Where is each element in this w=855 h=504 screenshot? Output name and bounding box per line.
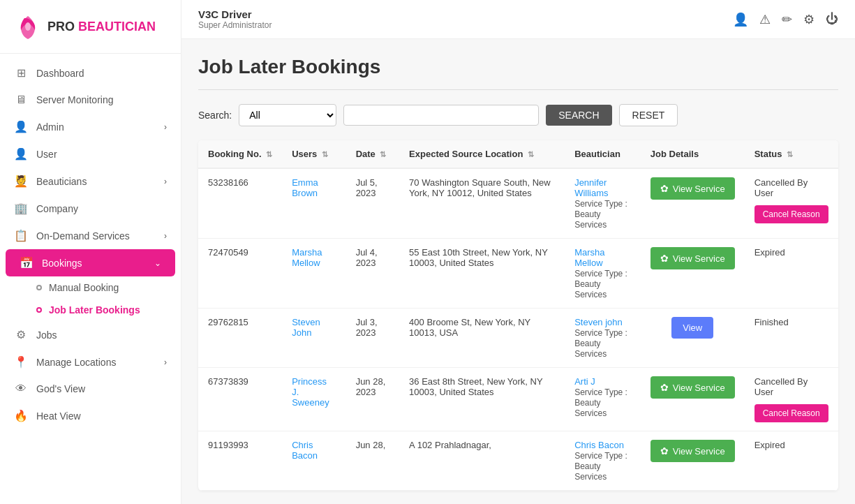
table-header-row: Booking No. ⇅ Users ⇅ Date ⇅ Expected So… — [198, 140, 838, 168]
status-text: Cancelled By User — [754, 376, 828, 397]
cancel-reason-button[interactable]: Cancel Reason — [754, 205, 828, 223]
view-label: View — [683, 323, 702, 333]
status-cell: Expired — [745, 431, 838, 491]
table-row: 91193993 Chris Bacon Jun 28, A 102 Prahl… — [198, 431, 838, 491]
user-cell: Marsha Mellow — [282, 239, 345, 309]
view-service-label: View Service — [673, 253, 725, 264]
profile-icon[interactable]: 👤 — [733, 12, 748, 27]
power-icon[interactable]: ⏻ — [826, 12, 838, 27]
service-type: Service Type : Beauty Services — [574, 269, 627, 299]
user-link[interactable]: Steven John — [292, 317, 320, 338]
beautician-link[interactable]: Jennifer Williams — [574, 177, 608, 198]
view-service-button[interactable]: ✿ View Service — [650, 376, 735, 399]
reset-button[interactable]: RESET — [619, 104, 678, 126]
sidebar-sub-item-job-later-bookings[interactable]: Job Later Bookings — [0, 299, 181, 321]
main-content: V3C Driver Super Administrator 👤 ⚠ ✏ ⚙ ⏻… — [181, 0, 855, 504]
user-link[interactable]: Chris Bacon — [292, 440, 318, 461]
col-users: Users ⇅ — [282, 140, 345, 168]
table-row: 29762815 Steven John Jul 3, 2023 400 Bro… — [198, 309, 838, 368]
sidebar-sub-item-manual-booking[interactable]: Manual Booking — [0, 276, 181, 299]
sidebar-item-heat-view[interactable]: 🔥 Heat View — [0, 402, 181, 429]
settings-icon[interactable]: ⚙ — [803, 12, 815, 27]
status-text: Cancelled By User — [754, 177, 828, 198]
date-cell: Jul 3, 2023 — [346, 309, 399, 368]
search-select[interactable]: All Booking No. User Beautician — [239, 104, 336, 126]
sidebar-item-server-monitoring[interactable]: 🖥 Server Monitoring — [0, 87, 181, 113]
sidebar-item-on-demand-services[interactable]: 📋 On-Demand Services › — [0, 222, 181, 249]
service-type: Service Type : Beauty Services — [574, 451, 627, 482]
service-type: Service Type : Beauty Services — [574, 387, 627, 418]
sidebar-item-jobs[interactable]: ⚙ Jobs — [0, 321, 181, 348]
logo: PRO BEAUTICIAN — [0, 0, 181, 54]
sidebar-item-label: Dashboard — [36, 68, 84, 79]
sidebar-item-company[interactable]: 🏢 Company — [0, 195, 181, 222]
chevron-right-icon: › — [164, 177, 167, 186]
user-link[interactable]: Princess J. Sweeney — [292, 376, 329, 408]
dot-icon — [36, 285, 42, 290]
header-icons: 👤 ⚠ ✏ ⚙ ⏻ — [733, 12, 838, 27]
status-cell: Finished — [745, 309, 838, 368]
user-role: Super Administrator — [198, 20, 272, 30]
location-cell: 400 Broome St, New York, NY 10013, USA — [399, 309, 565, 368]
flower-icon: ✿ — [660, 382, 669, 393]
sidebar-item-label: User — [36, 149, 57, 160]
sidebar-nav: ⊞ Dashboard 🖥 Server Monitoring 👤 Admin … — [0, 54, 181, 504]
status-text: Finished — [754, 317, 789, 327]
beautician-cell: Arti J Service Type : Beauty Services — [565, 368, 641, 431]
sort-icon: ⇅ — [380, 150, 386, 158]
dot-active-icon — [36, 307, 42, 313]
service-type: Service Type : Beauty Services — [574, 328, 627, 359]
search-input[interactable] — [343, 105, 539, 126]
bookings-table-wrapper: Booking No. ⇅ Users ⇅ Date ⇅ Expected So… — [198, 140, 838, 491]
col-status: Status ⇅ — [745, 140, 838, 168]
sidebar-item-dashboard[interactable]: ⊞ Dashboard — [0, 59, 181, 87]
location-cell: 55 East 10th Street, New York, NY 10003,… — [399, 239, 565, 309]
sidebar-item-bookings[interactable]: 📅 Bookings ⌄ — [6, 249, 175, 276]
services-icon: 📋 — [14, 229, 28, 242]
flower-icon: ✿ — [660, 445, 669, 457]
user-cell: Princess J. Sweeney — [282, 368, 345, 431]
view-service-label: View Service — [673, 446, 725, 457]
user-link[interactable]: Emma Brown — [292, 177, 318, 198]
sidebar-item-label: Server Monitoring — [36, 94, 114, 105]
warning-icon[interactable]: ⚠ — [759, 12, 771, 27]
company-icon: 🏢 — [14, 202, 28, 215]
dashboard-icon: ⊞ — [14, 66, 28, 80]
booking-no-cell: 67373839 — [198, 368, 282, 431]
view-service-button[interactable]: ✿ View Service — [650, 440, 735, 462]
user-link[interactable]: Marsha Mellow — [292, 247, 322, 268]
status-cell: Expired — [745, 239, 838, 309]
date-cell: Jul 4, 2023 — [346, 239, 399, 309]
sidebar-item-user[interactable]: 👤 User — [0, 140, 181, 168]
chevron-down-icon: ⌄ — [154, 258, 161, 268]
flower-icon: ✿ — [660, 253, 669, 264]
beautician-link[interactable]: Arti J — [574, 376, 595, 387]
sort-icon: ⇅ — [266, 150, 272, 158]
sidebar-item-admin[interactable]: 👤 Admin › — [0, 113, 181, 140]
location-cell: 70 Washington Square South, New York, NY… — [399, 168, 565, 239]
location-cell: A 102 Prahladnagar, — [399, 431, 565, 491]
cancel-reason-button[interactable]: Cancel Reason — [754, 404, 828, 422]
sidebar-item-gods-view[interactable]: 👁 God's View — [0, 376, 181, 402]
view-service-button[interactable]: ✿ View Service — [650, 177, 735, 200]
sidebar-item-label: Beauticians — [36, 176, 87, 187]
beautician-link[interactable]: Chris Bacon — [574, 440, 624, 450]
sidebar-item-manage-locations[interactable]: 📍 Manage Locations › — [0, 348, 181, 376]
beautician-link[interactable]: Marsha Mellow — [574, 247, 604, 268]
view-button[interactable]: View — [671, 317, 713, 339]
edit-icon[interactable]: ✏ — [782, 12, 792, 27]
logo-text: PRO BEAUTICIAN — [47, 20, 156, 34]
job-details-cell: ✿ View Service — [641, 431, 745, 491]
view-service-label: View Service — [673, 184, 725, 194]
sidebar-item-beauticians[interactable]: 💆 Beauticians › — [0, 168, 181, 195]
job-details-cell: ✿ View Service — [641, 239, 745, 309]
table-row: 72470549 Marsha Mellow Jul 4, 2023 55 Ea… — [198, 239, 838, 309]
booking-no-cell: 72470549 — [198, 239, 282, 309]
col-beautician: Beautician — [565, 140, 641, 168]
user-cell: Chris Bacon — [282, 431, 345, 491]
beautician-link[interactable]: Steven john — [574, 317, 623, 327]
table-row: 67373839 Princess J. Sweeney Jun 28, 202… — [198, 368, 838, 431]
location-cell: 36 East 8th Street, New York, NY 10003, … — [399, 368, 565, 431]
search-button[interactable]: SEARCH — [546, 105, 611, 126]
view-service-button[interactable]: ✿ View Service — [650, 247, 735, 269]
